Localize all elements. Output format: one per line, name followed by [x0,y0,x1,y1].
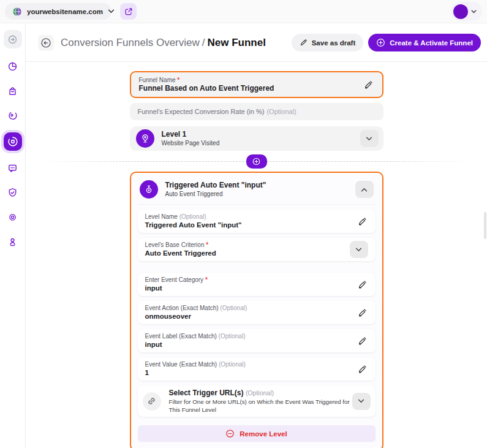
funnel-form: Funnel Name * Funnel Based on Auto Event… [130,71,383,448]
level-1-expand-button[interactable] [360,130,379,147]
sidebar-item-expand[interactable] [4,30,22,48]
level-2-subtitle: Auto Event Triggered [165,190,266,198]
breadcrumb: Conversion Funnels Overview/New Funnel [61,37,266,49]
trigger-urls-field[interactable]: Select Trigger URL(s) (Optional) Filter … [138,385,376,417]
trigger-urls-label: Select Trigger URL(s) [169,389,244,397]
plus-circle-icon [376,38,385,47]
chevron-down-icon [358,399,364,403]
required-mark: * [177,77,179,83]
map-pin-icon [136,129,154,148]
sidebar-item-funnels[interactable] [4,132,22,151]
chevron-up-icon [361,188,368,192]
event-action-field[interactable]: Event Action (Exact Match) (Optional) on… [138,301,376,324]
field-value: 1 [145,368,357,378]
site-favicon-globe-icon [12,7,22,17]
optional-mark: (Optional) [266,108,296,115]
minus-circle-icon [225,429,235,438]
sidebar-item-messages[interactable] [4,159,22,177]
level-2-title: Triggered Auto Event "input" [165,181,266,190]
funnel-name-field[interactable]: Funnel Name * Funnel Based on Auto Event… [130,71,383,98]
optional-mark: (Optional) [246,389,274,397]
create-activate-funnel-label: Create & Activate Funnel [390,39,473,47]
pencil-icon [300,39,308,47]
funnels-target-icon [7,136,18,147]
field-value: input [145,340,357,349]
sidebar-item-audience[interactable] [4,232,22,251]
expected-conversion-rate-field[interactable]: Funnel's Expected Conversion Rate (in %)… [130,103,383,120]
level-1-row[interactable]: Level 1 Website Page Visited [130,126,383,151]
edit-funnel-name-button[interactable] [363,79,374,91]
expand-sidebar-icon [7,34,18,45]
remove-level-button[interactable]: Remove Level [138,425,376,442]
add-level-button[interactable] [246,154,267,169]
breadcrumb-parent[interactable]: Conversion Funnels Overview [61,37,200,48]
pencil-icon [358,280,367,289]
edit-event-label-button[interactable] [357,335,368,347]
level-2-header[interactable]: Triggered Auto Event "input" Auto Event … [138,178,376,205]
user-location-icon [7,237,18,247]
level-2-collapse-button[interactable] [355,181,374,198]
field-value: Triggered Auto Event "input" [145,221,357,230]
field-label: Event Value (Exact Match) [145,361,217,368]
site-name: yourwebsitename.com [27,8,103,15]
trigger-urls-description: Filter for One or More URL(s) on Which t… [169,398,352,414]
save-as-draft-label: Save as draft [312,39,356,47]
base-criterion-select-button[interactable] [350,241,368,258]
event-value-field[interactable]: Event Value (Exact Match) (Optional) 1 [138,357,376,381]
sidebar-item-performance[interactable] [4,106,22,124]
edit-event-value-button[interactable] [357,363,368,375]
back-arrow-icon [40,37,51,48]
chevron-down-icon [471,10,477,13]
event-category-field[interactable]: Enter Event Category * input [138,273,376,296]
open-site-button[interactable] [120,3,137,20]
required-mark: * [206,241,208,248]
sidebar-item-settings[interactable] [4,208,22,226]
sidebar-item-analytics[interactable] [4,57,22,75]
sidebar [0,23,26,448]
edit-event-action-button[interactable] [357,307,368,319]
optional-mark: (Optional) [220,305,247,311]
level-1-subtitle: Website Page Visited [162,139,220,147]
sidebar-item-privacy[interactable] [4,183,22,202]
link-icon [143,392,161,411]
gauge-icon [7,110,18,121]
pencil-icon [358,308,367,317]
field-label: Event Label (Exact Match) [145,333,217,340]
save-as-draft-button[interactable]: Save as draft [292,34,364,51]
event-label-field[interactable]: Event Label (Exact Match) (Optional) inp… [138,329,376,352]
funnel-name-label: Funnel Name [139,77,176,83]
pencil-icon [358,217,367,226]
field-label: Level's Base Criterion [145,241,205,248]
header-actions: Save as draft Create & Activate Funnel [292,34,481,51]
scrollbar-thumb[interactable] [484,212,486,239]
field-value: onmouseover [145,312,357,321]
site-selector[interactable]: yourwebsitename.com [5,3,111,20]
shopping-bag-icon [7,86,18,96]
level-1-title: Level 1 [162,130,220,139]
base-criterion-field[interactable]: Level's Base Criterion * Auto Event Trig… [138,238,376,261]
chevron-down-icon [108,9,115,13]
level-name-field[interactable]: Level Name (Optional) Triggered Auto Eve… [138,210,376,233]
edit-event-category-button[interactable] [357,279,368,290]
trigger-urls-select-button[interactable] [352,393,371,410]
chevron-down-icon [355,248,362,252]
sidebar-item-orders[interactable] [4,82,22,100]
add-level-divider [39,154,474,169]
page-title: New Funnel [208,37,266,48]
field-label: Enter Event Category [145,276,204,283]
required-mark: * [205,276,208,283]
funnel-name-value: Funnel Based on Auto Event Triggered [139,84,363,93]
pencil-icon [358,365,367,374]
create-activate-funnel-button[interactable]: Create & Activate Funnel [368,34,481,51]
auto-event-trigger-icon [140,180,158,199]
field-value: input [145,284,357,293]
settings-gear-icon [7,212,18,222]
field-label: Event Action (Exact Match) [145,305,219,311]
avatar [453,4,468,19]
optional-mark: (Optional) [219,361,246,368]
edit-level-name-button[interactable] [357,216,368,227]
chat-icon [7,163,18,173]
optional-mark: (Optional) [219,333,246,340]
back-button[interactable] [38,35,54,51]
user-menu[interactable] [451,2,482,21]
